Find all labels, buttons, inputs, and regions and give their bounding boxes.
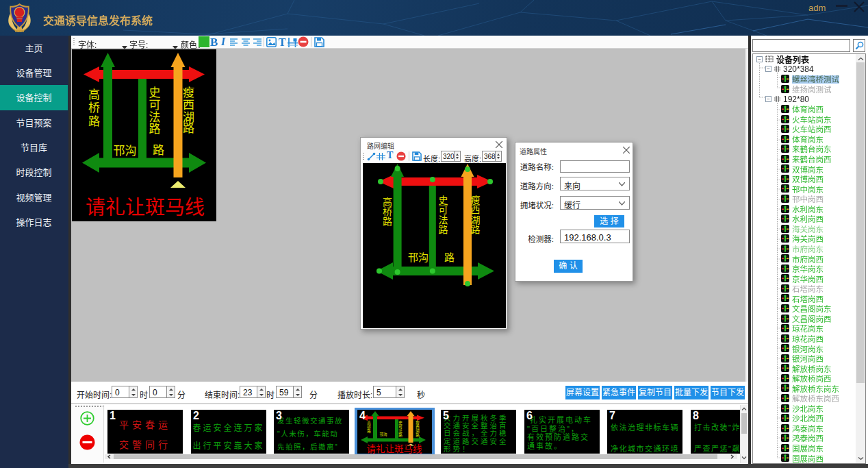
svg-text:路: 路 — [439, 224, 448, 235]
svg-text:路: 路 — [367, 428, 371, 434]
svg-text:邗沟: 邗沟 — [379, 432, 387, 437]
svg-text:瘦: 瘦 — [183, 86, 194, 99]
svg-text:可: 可 — [439, 204, 448, 215]
svg-text:路: 路 — [383, 216, 392, 227]
svg-text:邗沟: 邗沟 — [408, 251, 429, 263]
svg-text:桥: 桥 — [88, 101, 100, 114]
svg-text:路: 路 — [153, 144, 164, 157]
svg-text:史: 史 — [149, 86, 161, 99]
svg-text:路: 路 — [149, 123, 161, 136]
svg-text:西: 西 — [471, 204, 481, 215]
svg-text:西: 西 — [183, 99, 194, 112]
svg-text:邗沟: 邗沟 — [114, 145, 137, 158]
svg-text:路: 路 — [416, 432, 420, 438]
svg-text:请礼让斑马线: 请礼让斑马线 — [86, 197, 205, 219]
svg-text:可: 可 — [149, 99, 161, 112]
svg-text:请礼让斑马线: 请礼让斑马线 — [367, 444, 422, 454]
svg-text:路: 路 — [398, 432, 403, 438]
svg-text:路: 路 — [183, 122, 194, 135]
svg-text:路: 路 — [88, 115, 100, 128]
svg-text:高: 高 — [88, 88, 100, 101]
svg-text:路: 路 — [471, 224, 481, 235]
svg-text:路: 路 — [444, 251, 455, 263]
